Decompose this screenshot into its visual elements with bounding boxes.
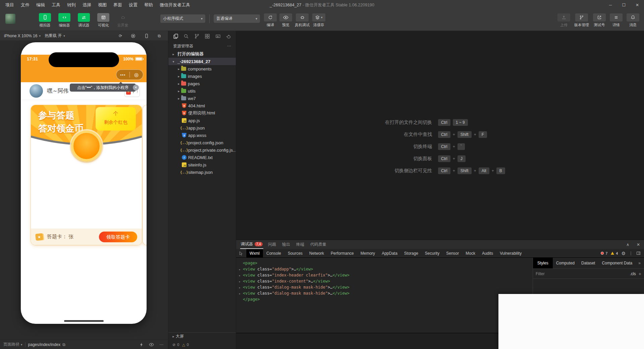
expand-icon[interactable]: ▸ (239, 285, 243, 291)
menu-item-7[interactable]: 界面 (110, 0, 125, 10)
menu-item-1[interactable]: 文件 (17, 0, 33, 10)
wxml-node[interactable]: ▸<view class="index-content">…</view> (239, 279, 533, 285)
hot-reload-select[interactable]: 热重载 开 ▾ (45, 33, 65, 39)
chevron-right-icon[interactable]: ▸ (176, 97, 181, 100)
menu-item-8[interactable]: 设置 (125, 0, 141, 10)
tree-folder-images[interactable]: ▸images (168, 72, 236, 80)
simulator-button[interactable]: 模拟器 (37, 13, 53, 28)
devtools-tab-console[interactable]: Console (263, 249, 284, 257)
menu-item-5[interactable]: 选择 (79, 0, 95, 10)
collapse-panel-icon[interactable]: ∧ (626, 242, 629, 247)
chevrons-right-icon[interactable]: » (638, 258, 644, 268)
menu-item-10[interactable]: 微信开发者工具 (156, 0, 194, 10)
test-account-button[interactable]: 测试号 (593, 13, 606, 28)
tree-file[interactable]: {..}sitemap.json (168, 168, 236, 176)
more-icon[interactable]: ⋯ (159, 342, 163, 347)
styles-tab-component-data[interactable]: Component Data (598, 258, 636, 268)
multi-window-icon[interactable]: ⧉ (158, 34, 161, 38)
gold-coin-icon[interactable] (71, 131, 102, 161)
tree-file[interactable]: 5使用说明.html (168, 109, 236, 117)
devtools-tab-mock[interactable]: Mock (462, 249, 479, 257)
tree-file[interactable]: {..}project.private.config.js... (168, 146, 236, 154)
rotate-icon[interactable]: ⟳ (119, 34, 122, 38)
menu-item-6[interactable]: 视图 (95, 0, 110, 10)
expand-icon[interactable]: ▸ (239, 279, 243, 285)
styles-tab-computed[interactable]: Computed (553, 258, 578, 268)
copy-icon[interactable]: ⧉ (62, 342, 65, 347)
more-icon[interactable]: ⋯ (227, 44, 231, 48)
performance-bolt-icon[interactable] (140, 342, 144, 347)
menu-item-0[interactable]: 项目 (2, 0, 17, 10)
menu-item-9[interactable]: 帮助 (141, 0, 156, 10)
devtools-tab-vulnerability[interactable]: Vulnerability (496, 249, 525, 257)
version-button[interactable]: 版本管理 (574, 13, 589, 28)
tooltip-close-icon[interactable]: ✕ (133, 85, 139, 91)
mode-select[interactable]: 小程序模式 ▾ (160, 14, 205, 23)
maximize-icon[interactable]: ☐ (617, 0, 631, 10)
chevron-right-icon[interactable]: ▸ (176, 74, 181, 78)
devtools-tab-network[interactable]: Network (306, 249, 327, 257)
devtools-tab-sources[interactable]: Sources (284, 249, 306, 257)
tab-debugger[interactable]: 调试器 7,4 (240, 240, 263, 249)
tab-输出[interactable]: 输出 (282, 242, 290, 247)
wxml-node[interactable]: ▸<view class="dialog-mask mask-hide">…</… (239, 285, 533, 291)
page-path-dropdown[interactable]: 页面路径 ▾ (3, 342, 22, 347)
expand-icon[interactable]: ▸ (239, 273, 243, 279)
devtools-tab-sensor[interactable]: Sensor (443, 249, 462, 257)
chevron-right-icon[interactable]: ▸ (171, 335, 176, 338)
wxml-node[interactable]: </page> (239, 297, 533, 303)
devtools-tab-memory[interactable]: Memory (357, 249, 378, 257)
git-branch-icon[interactable] (194, 34, 200, 39)
debugger-button[interactable]: 调试器 (76, 13, 92, 28)
home-target-icon[interactable]: ◎ (130, 72, 143, 78)
search-icon[interactable] (183, 34, 189, 39)
gear-icon[interactable]: ⚙ (621, 251, 626, 256)
close-icon[interactable]: ✕ (631, 0, 644, 10)
tree-item-open-editors[interactable]: ▸打开的编辑器 (168, 50, 236, 58)
chevron-right-icon[interactable]: ▸ (176, 82, 181, 86)
npm-icon[interactable] (215, 34, 221, 39)
device-select[interactable]: iPhone X 100% 16 ▾ (4, 34, 41, 38)
phone-frame-icon[interactable] (144, 34, 149, 38)
files-icon[interactable] (173, 34, 178, 39)
details-button[interactable]: 详情 (610, 13, 623, 28)
add-style-icon[interactable]: + (639, 271, 641, 277)
chevron-right-icon[interactable]: ▸ (176, 89, 181, 93)
tree-folder-pages[interactable]: ▸pages (168, 80, 236, 87)
message-button[interactable]: 消息 (627, 13, 639, 28)
wxml-node[interactable]: <page> (239, 260, 533, 266)
tab-问题[interactable]: 问题 (268, 242, 276, 247)
get-answer-card-button[interactable]: 领取答题卡 (99, 232, 137, 242)
compile-button[interactable]: 编译 (264, 13, 277, 28)
tree-file[interactable]: 5404.html (168, 102, 236, 109)
tree-file[interactable]: {..}project.config.json (168, 139, 236, 146)
tree-file[interactable]: JSsiteinfo.js (168, 161, 236, 168)
devtools-tab-security[interactable]: Security (422, 249, 443, 257)
editor-button[interactable]: 编辑器 (56, 13, 72, 28)
devtools-tab-storage[interactable]: Storage (401, 249, 422, 257)
chevron-down-icon[interactable]: ▾ (171, 60, 176, 63)
styles-tab-dataset[interactable]: Dataset (578, 258, 598, 268)
cloud-button[interactable]: 云开发 (115, 13, 131, 28)
tree-file[interactable]: iREADME.txt (168, 154, 236, 161)
tab-终端[interactable]: 终端 (296, 242, 304, 247)
big-screen-section[interactable]: ▸ 大屏 (168, 332, 236, 340)
devtools-tab-audits[interactable]: Audits (479, 249, 496, 257)
tree-file[interactable]: 3app.wxss (168, 132, 236, 139)
tree-file[interactable]: {..}app.json (168, 124, 236, 132)
user-avatar[interactable] (5, 14, 15, 24)
record-icon[interactable] (131, 34, 136, 38)
expand-icon[interactable]: ▸ (239, 267, 243, 272)
devtools-tab-performance[interactable]: Performance (327, 249, 357, 257)
extensions-icon[interactable] (205, 34, 210, 39)
tree-folder-we7[interactable]: ▸we7 (168, 95, 236, 102)
more-dots-icon[interactable]: ••• (116, 73, 129, 77)
chevron-right-icon[interactable]: ▸ (171, 52, 176, 56)
expand-icon[interactable]: ▸ (239, 291, 243, 297)
tree-folder-utils[interactable]: ▸utils (168, 87, 236, 95)
compile-select[interactable]: 普通编译 ▾ (214, 14, 260, 23)
kebab-menu-icon[interactable]: ⋮ (629, 251, 633, 256)
dock-side-icon[interactable] (636, 251, 641, 255)
tree-folder-components[interactable]: ▸components (168, 65, 236, 72)
capsule-button[interactable]: ••• ◎ (116, 69, 143, 80)
